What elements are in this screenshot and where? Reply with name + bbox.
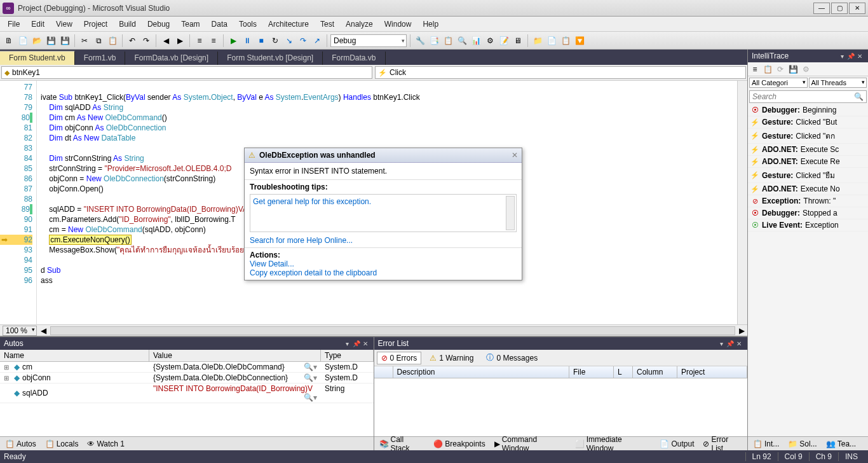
tool-icon[interactable]: 🔧 [414, 34, 426, 47]
menu-analyze[interactable]: Analyze [341, 18, 378, 30]
start-debug-icon[interactable]: ▶ [227, 34, 240, 47]
pin-icon[interactable]: 📌 [846, 53, 855, 60]
close-panel-icon[interactable]: ✕ [361, 340, 370, 347]
tool-icon[interactable]: 📄 [545, 34, 558, 47]
intellitrace-event[interactable]: ⚡ADO.NET: Execute Sc [748, 144, 868, 156]
autos-row[interactable]: ◆ sqlADD"INSERT INTO BorrowingData(ID_Bo… [0, 384, 374, 403]
it-tool-icon[interactable]: ⟳ [775, 64, 786, 75]
menu-test[interactable]: Test [315, 18, 339, 30]
tool-icon[interactable]: 🔽 [573, 34, 586, 47]
intellitrace-event[interactable]: ⚡ADO.NET: Execute No [748, 183, 868, 195]
err-col-description[interactable]: Description [393, 366, 570, 378]
menu-team[interactable]: Team [176, 18, 205, 30]
tab-team[interactable]: 👥 Tea... [822, 439, 860, 449]
tool-icon[interactable]: 📊 [470, 34, 482, 47]
step-over-icon[interactable]: ↷ [297, 34, 309, 47]
tab-breakpoints[interactable]: 🔴 Breakpoints [430, 439, 489, 449]
autos-col-value[interactable]: Value [149, 350, 321, 361]
it-tool-icon[interactable]: 📋 [762, 64, 773, 75]
config-dropdown[interactable]: Debug [330, 34, 407, 47]
autos-row[interactable]: ⊞◆ objConn{System.Data.OleDb.OleDbConnec… [0, 373, 374, 384]
tab-autos[interactable]: 📋 Autos [1, 439, 40, 449]
pin-icon[interactable]: 📌 [726, 340, 735, 347]
menu-debug[interactable]: Debug [142, 18, 175, 30]
intellitrace-event[interactable]: ⚡Gesture: Clicked "ตก [748, 128, 868, 144]
it-tool-icon[interactable]: 💾 [787, 64, 799, 75]
close-button[interactable]: ✕ [849, 3, 865, 14]
pin-icon[interactable]: 📌 [352, 340, 361, 347]
scroll-right-icon[interactable]: ▶ [739, 326, 745, 335]
autos-col-type[interactable]: Type [321, 350, 374, 361]
tab-formdata-design[interactable]: FormData.vb [Design] [125, 52, 218, 65]
err-col-project[interactable]: Project [677, 366, 747, 378]
warnings-filter[interactable]: ⚠1 Warning [425, 352, 478, 364]
intellitrace-event[interactable]: ⦿Debugger: Stopped a [748, 207, 868, 219]
menu-architecture[interactable]: Architecture [263, 18, 314, 30]
menu-data[interactable]: Data [207, 18, 233, 30]
close-panel-icon[interactable]: ✕ [735, 340, 743, 347]
tab-intellitrace[interactable]: 📋 Int... [749, 439, 783, 449]
tips-scrollbar[interactable] [506, 196, 515, 230]
menu-file[interactable]: File [3, 18, 25, 30]
menu-project[interactable]: Project [79, 18, 112, 30]
vertical-scrollbar[interactable] [737, 81, 747, 324]
tab-watch1[interactable]: 👁 Watch 1 [83, 439, 128, 449]
new-project-icon[interactable]: 🗎 [3, 34, 15, 47]
it-search[interactable]: 🔍 [749, 90, 867, 103]
restart-icon[interactable]: ↻ [269, 34, 281, 47]
it-tool-icon[interactable]: ≡ [749, 64, 761, 75]
add-item-icon[interactable]: 📄 [17, 34, 29, 47]
intellitrace-event[interactable]: ⦿Live Event: Exception [748, 219, 868, 232]
paste-icon[interactable]: 📋 [106, 34, 119, 47]
close-popup-icon[interactable]: ✕ [512, 151, 518, 160]
intellitrace-event[interactable]: ⦿Debugger: Beginning [748, 104, 868, 116]
tool-icon[interactable]: 📑 [428, 34, 440, 47]
search-icon[interactable]: 🔍 [851, 92, 866, 101]
stop-icon[interactable]: ■ [255, 34, 268, 47]
uncomment-icon[interactable]: ≡ [207, 34, 220, 47]
menu-edit[interactable]: Edit [26, 18, 50, 30]
err-col-file[interactable]: File [569, 366, 614, 378]
tab-output[interactable]: 📄 Output [656, 439, 698, 449]
it-tool-icon[interactable]: ⚙ [800, 64, 811, 75]
menu-help[interactable]: Help [417, 18, 444, 30]
redo-icon[interactable]: ↷ [140, 34, 153, 47]
dropdown-icon[interactable]: ▾ [343, 340, 352, 347]
err-col-line[interactable]: L [614, 366, 633, 378]
nav-back-icon[interactable]: ◀ [159, 34, 172, 47]
exception-help-link[interactable]: Get general help for this exception. [253, 197, 371, 206]
intellitrace-event[interactable]: ⚡ADO.NET: Execute Re [748, 156, 868, 168]
dropdown-icon[interactable]: ▾ [837, 53, 846, 60]
menu-build[interactable]: Build [114, 18, 141, 30]
class-dropdown[interactable]: ◆btnKey1 [1, 66, 372, 79]
tab-formdata-vb[interactable]: FormData.vb [323, 52, 385, 65]
errors-filter[interactable]: ⊘0 Errors [377, 352, 422, 364]
tool-icon[interactable]: 📋 [442, 34, 454, 47]
tool-icon[interactable]: 🖥 [512, 34, 524, 47]
nav-forward-icon[interactable]: ▶ [173, 34, 186, 47]
save-all-icon[interactable]: 💾 [58, 34, 71, 47]
err-col-column[interactable]: Column [633, 366, 677, 378]
intellitrace-event[interactable]: ⚡Gesture: Clicked "But [748, 116, 868, 128]
tool-icon[interactable]: 📝 [498, 34, 510, 47]
search-help-link[interactable]: Search for more Help Online... [250, 236, 353, 245]
tool-icon[interactable]: ⚙ [484, 34, 496, 47]
cut-icon[interactable]: ✂ [78, 34, 91, 47]
comment-icon[interactable]: ≡ [193, 34, 206, 47]
step-into-icon[interactable]: ↘ [283, 34, 295, 47]
tab-form-student-vb[interactable]: Form Student.vb [0, 51, 75, 65]
open-icon[interactable]: 📂 [31, 34, 43, 47]
tab-solution[interactable]: 📁 Sol... [784, 439, 820, 449]
tool-icon[interactable]: 🔍 [456, 34, 468, 47]
view-detail-link[interactable]: View Detail... [250, 259, 294, 268]
pause-icon[interactable]: ⏸ [241, 34, 254, 47]
horizontal-scrollbar[interactable] [50, 326, 735, 335]
dropdown-icon[interactable]: ▾ [717, 340, 726, 347]
intellitrace-event[interactable]: ⊘Exception: Thrown: " [748, 195, 868, 207]
tab-form-student-design[interactable]: Form Student.vb [Design] [218, 52, 323, 65]
zoom-dropdown[interactable]: 100 % [3, 326, 37, 336]
menu-tools[interactable]: Tools [234, 18, 262, 30]
copy-icon[interactable]: ⧉ [92, 34, 105, 47]
save-icon[interactable]: 💾 [44, 34, 57, 47]
undo-icon[interactable]: ↶ [126, 34, 139, 47]
